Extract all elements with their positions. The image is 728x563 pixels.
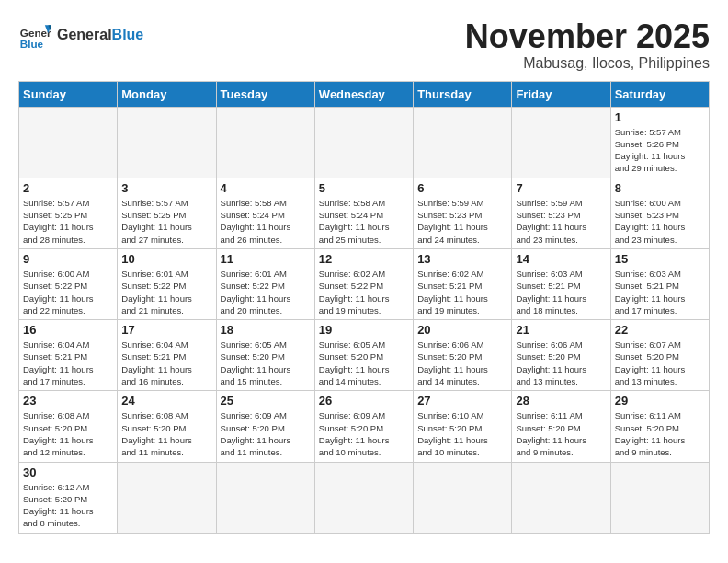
calendar-cell: 15Sunrise: 6:03 AM Sunset: 5:21 PM Dayli… xyxy=(610,248,709,319)
day-number: 15 xyxy=(615,252,705,266)
calendar-cell: 6Sunrise: 5:59 AM Sunset: 5:23 PM Daylig… xyxy=(414,178,512,248)
calendar-cell xyxy=(512,462,610,533)
calendar-week-row: 16Sunrise: 6:04 AM Sunset: 5:21 PM Dayli… xyxy=(19,320,710,391)
day-number: 26 xyxy=(319,394,409,408)
calendar-cell xyxy=(118,107,216,178)
calendar-cell: 30Sunrise: 6:12 AM Sunset: 5:20 PM Dayli… xyxy=(19,462,118,533)
day-number: 12 xyxy=(319,252,409,266)
day-info: Sunrise: 6:08 AM Sunset: 5:20 PM Dayligh… xyxy=(121,409,211,458)
day-info: Sunrise: 6:04 AM Sunset: 5:21 PM Dayligh… xyxy=(121,339,211,387)
calendar-cell xyxy=(118,462,216,533)
calendar-cell xyxy=(414,462,512,533)
day-info: Sunrise: 6:11 AM Sunset: 5:20 PM Dayligh… xyxy=(516,409,606,458)
calendar-cell xyxy=(610,462,709,533)
calendar-cell: 1Sunrise: 5:57 AM Sunset: 5:26 PM Daylig… xyxy=(610,107,709,178)
day-number: 11 xyxy=(221,252,311,266)
day-number: 23 xyxy=(23,394,113,408)
logo-blue: Blue xyxy=(112,27,144,42)
calendar-cell: 13Sunrise: 6:02 AM Sunset: 5:21 PM Dayli… xyxy=(414,248,512,319)
weekday-header-row: SundayMondayTuesdayWednesdayThursdayFrid… xyxy=(19,81,710,107)
calendar-cell: 11Sunrise: 6:01 AM Sunset: 5:22 PM Dayli… xyxy=(216,248,314,319)
calendar-cell: 29Sunrise: 6:11 AM Sunset: 5:20 PM Dayli… xyxy=(610,391,709,462)
day-info: Sunrise: 6:07 AM Sunset: 5:20 PM Dayligh… xyxy=(615,339,705,387)
calendar-cell xyxy=(512,107,610,178)
day-number: 14 xyxy=(516,252,606,266)
location-title: Mabusag, Ilocos, Philippines xyxy=(465,55,710,72)
calendar-cell xyxy=(414,107,512,178)
day-number: 2 xyxy=(23,181,113,195)
day-number: 9 xyxy=(23,252,113,266)
day-info: Sunrise: 6:10 AM Sunset: 5:20 PM Dayligh… xyxy=(417,409,507,458)
day-info: Sunrise: 6:01 AM Sunset: 5:22 PM Dayligh… xyxy=(121,268,211,316)
day-info: Sunrise: 6:02 AM Sunset: 5:22 PM Dayligh… xyxy=(319,268,409,316)
weekday-header-friday: Friday xyxy=(512,81,610,107)
day-number: 29 xyxy=(615,394,705,408)
calendar-cell: 28Sunrise: 6:11 AM Sunset: 5:20 PM Dayli… xyxy=(512,391,610,462)
day-info: Sunrise: 6:05 AM Sunset: 5:20 PM Dayligh… xyxy=(319,339,409,387)
calendar-cell: 10Sunrise: 6:01 AM Sunset: 5:22 PM Dayli… xyxy=(118,248,216,319)
calendar-cell xyxy=(216,462,314,533)
weekday-header-monday: Monday xyxy=(118,81,216,107)
calendar-cell: 9Sunrise: 6:00 AM Sunset: 5:22 PM Daylig… xyxy=(19,248,118,319)
calendar-cell: 5Sunrise: 5:58 AM Sunset: 5:24 PM Daylig… xyxy=(314,178,413,248)
calendar-cell: 16Sunrise: 6:04 AM Sunset: 5:21 PM Dayli… xyxy=(19,320,118,391)
day-info: Sunrise: 5:59 AM Sunset: 5:23 PM Dayligh… xyxy=(417,197,507,246)
weekday-header-tuesday: Tuesday xyxy=(216,81,314,107)
calendar-cell: 4Sunrise: 5:58 AM Sunset: 5:24 PM Daylig… xyxy=(216,178,314,248)
calendar-cell: 27Sunrise: 6:10 AM Sunset: 5:20 PM Dayli… xyxy=(414,391,512,462)
calendar-cell: 24Sunrise: 6:08 AM Sunset: 5:20 PM Dayli… xyxy=(118,391,216,462)
day-info: Sunrise: 5:57 AM Sunset: 5:25 PM Dayligh… xyxy=(23,197,113,246)
day-number: 28 xyxy=(516,394,606,408)
day-number: 8 xyxy=(615,181,705,195)
day-info: Sunrise: 6:12 AM Sunset: 5:20 PM Dayligh… xyxy=(23,481,113,530)
day-number: 4 xyxy=(221,181,311,195)
logo-general: General xyxy=(57,27,112,42)
calendar-week-row: 2Sunrise: 5:57 AM Sunset: 5:25 PM Daylig… xyxy=(19,178,710,248)
calendar-cell: 17Sunrise: 6:04 AM Sunset: 5:21 PM Dayli… xyxy=(118,320,216,391)
day-info: Sunrise: 6:05 AM Sunset: 5:20 PM Dayligh… xyxy=(221,339,311,387)
logo-icon: General Blue xyxy=(18,18,51,52)
title-section: November 2025 Mabusag, Ilocos, Philippin… xyxy=(465,18,710,72)
day-number: 17 xyxy=(121,323,211,337)
day-info: Sunrise: 5:58 AM Sunset: 5:24 PM Dayligh… xyxy=(221,197,311,246)
day-info: Sunrise: 5:57 AM Sunset: 5:26 PM Dayligh… xyxy=(615,126,705,175)
day-info: Sunrise: 6:00 AM Sunset: 5:22 PM Dayligh… xyxy=(23,268,113,316)
logo: General Blue GeneralBlue xyxy=(18,18,143,52)
calendar-cell: 23Sunrise: 6:08 AM Sunset: 5:20 PM Dayli… xyxy=(19,391,118,462)
day-info: Sunrise: 5:59 AM Sunset: 5:23 PM Dayligh… xyxy=(516,197,606,246)
day-number: 30 xyxy=(23,465,113,479)
day-info: Sunrise: 6:08 AM Sunset: 5:20 PM Dayligh… xyxy=(23,409,113,458)
calendar-cell xyxy=(216,107,314,178)
day-info: Sunrise: 6:01 AM Sunset: 5:22 PM Dayligh… xyxy=(221,268,311,316)
month-title: November 2025 xyxy=(465,18,710,55)
day-number: 6 xyxy=(417,181,507,195)
day-number: 13 xyxy=(417,252,507,266)
calendar-cell: 22Sunrise: 6:07 AM Sunset: 5:20 PM Dayli… xyxy=(610,320,709,391)
day-number: 5 xyxy=(319,181,409,195)
calendar-cell: 25Sunrise: 6:09 AM Sunset: 5:20 PM Dayli… xyxy=(216,391,314,462)
calendar-cell xyxy=(314,107,413,178)
day-number: 27 xyxy=(417,394,507,408)
day-info: Sunrise: 6:11 AM Sunset: 5:20 PM Dayligh… xyxy=(615,409,705,458)
calendar-cell: 8Sunrise: 6:00 AM Sunset: 5:23 PM Daylig… xyxy=(610,178,709,248)
day-info: Sunrise: 6:06 AM Sunset: 5:20 PM Dayligh… xyxy=(417,339,507,387)
weekday-header-sunday: Sunday xyxy=(19,81,118,107)
day-number: 24 xyxy=(121,394,211,408)
calendar-cell: 12Sunrise: 6:02 AM Sunset: 5:22 PM Dayli… xyxy=(314,248,413,319)
calendar-cell: 20Sunrise: 6:06 AM Sunset: 5:20 PM Dayli… xyxy=(414,320,512,391)
calendar-week-row: 1Sunrise: 5:57 AM Sunset: 5:26 PM Daylig… xyxy=(19,107,710,178)
day-number: 10 xyxy=(121,252,211,266)
day-number: 19 xyxy=(319,323,409,337)
calendar-cell: 3Sunrise: 5:57 AM Sunset: 5:25 PM Daylig… xyxy=(118,178,216,248)
day-info: Sunrise: 6:04 AM Sunset: 5:21 PM Dayligh… xyxy=(23,339,113,387)
weekday-header-thursday: Thursday xyxy=(414,81,512,107)
calendar-week-row: 23Sunrise: 6:08 AM Sunset: 5:20 PM Dayli… xyxy=(19,391,710,462)
day-number: 18 xyxy=(221,323,311,337)
day-number: 25 xyxy=(221,394,311,408)
calendar: SundayMondayTuesdayWednesdayThursdayFrid… xyxy=(18,81,710,534)
day-number: 16 xyxy=(23,323,113,337)
calendar-cell: 7Sunrise: 5:59 AM Sunset: 5:23 PM Daylig… xyxy=(512,178,610,248)
calendar-week-row: 30Sunrise: 6:12 AM Sunset: 5:20 PM Dayli… xyxy=(19,462,710,533)
day-info: Sunrise: 6:09 AM Sunset: 5:20 PM Dayligh… xyxy=(319,409,409,458)
day-number: 3 xyxy=(121,181,211,195)
